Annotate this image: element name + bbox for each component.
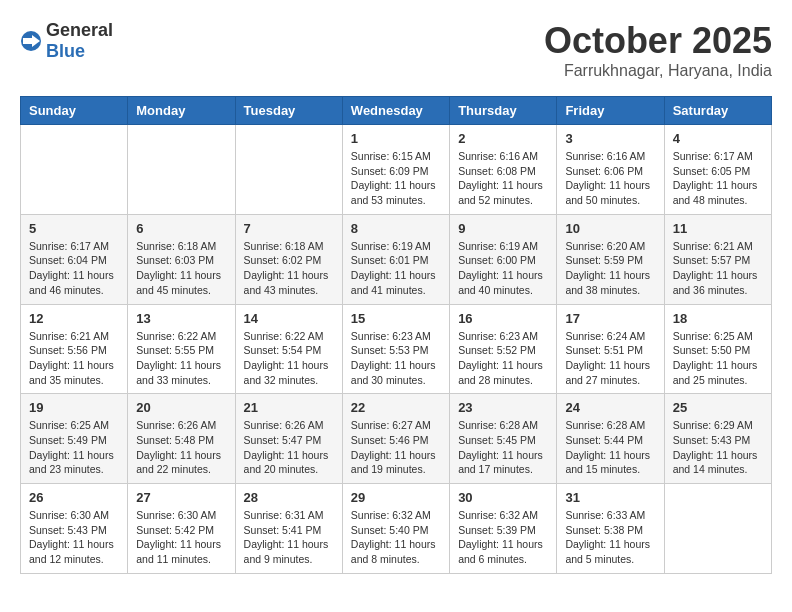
day-info: Sunrise: 6:24 AM Sunset: 5:51 PM Dayligh… — [565, 329, 655, 388]
calendar-day-cell: 18Sunrise: 6:25 AM Sunset: 5:50 PM Dayli… — [664, 304, 771, 394]
day-number: 23 — [458, 400, 548, 415]
calendar-day-cell: 15Sunrise: 6:23 AM Sunset: 5:53 PM Dayli… — [342, 304, 449, 394]
day-info: Sunrise: 6:25 AM Sunset: 5:50 PM Dayligh… — [673, 329, 763, 388]
day-number: 5 — [29, 221, 119, 236]
calendar-day-cell: 19Sunrise: 6:25 AM Sunset: 5:49 PM Dayli… — [21, 394, 128, 484]
calendar-day-cell: 20Sunrise: 6:26 AM Sunset: 5:48 PM Dayli… — [128, 394, 235, 484]
day-info: Sunrise: 6:25 AM Sunset: 5:49 PM Dayligh… — [29, 418, 119, 477]
calendar-day-cell: 3Sunrise: 6:16 AM Sunset: 6:06 PM Daylig… — [557, 125, 664, 215]
day-number: 30 — [458, 490, 548, 505]
title-block: October 2025 Farrukhnagar, Haryana, Indi… — [544, 20, 772, 80]
day-info: Sunrise: 6:30 AM Sunset: 5:43 PM Dayligh… — [29, 508, 119, 567]
day-number: 14 — [244, 311, 334, 326]
day-info: Sunrise: 6:22 AM Sunset: 5:54 PM Dayligh… — [244, 329, 334, 388]
day-number: 22 — [351, 400, 441, 415]
day-info: Sunrise: 6:16 AM Sunset: 6:06 PM Dayligh… — [565, 149, 655, 208]
logo-icon — [20, 30, 42, 52]
calendar-day-cell: 10Sunrise: 6:20 AM Sunset: 5:59 PM Dayli… — [557, 214, 664, 304]
day-info: Sunrise: 6:18 AM Sunset: 6:03 PM Dayligh… — [136, 239, 226, 298]
calendar-week-row: 26Sunrise: 6:30 AM Sunset: 5:43 PM Dayli… — [21, 484, 772, 574]
day-info: Sunrise: 6:21 AM Sunset: 5:56 PM Dayligh… — [29, 329, 119, 388]
day-info: Sunrise: 6:19 AM Sunset: 6:00 PM Dayligh… — [458, 239, 548, 298]
calendar-day-cell: 21Sunrise: 6:26 AM Sunset: 5:47 PM Dayli… — [235, 394, 342, 484]
weekday-header-cell: Sunday — [21, 97, 128, 125]
weekday-header-cell: Monday — [128, 97, 235, 125]
calendar-day-cell: 23Sunrise: 6:28 AM Sunset: 5:45 PM Dayli… — [450, 394, 557, 484]
logo-blue: Blue — [46, 41, 85, 61]
calendar-day-cell: 14Sunrise: 6:22 AM Sunset: 5:54 PM Dayli… — [235, 304, 342, 394]
logo-general: General — [46, 20, 113, 40]
calendar-day-cell: 8Sunrise: 6:19 AM Sunset: 6:01 PM Daylig… — [342, 214, 449, 304]
calendar-week-row: 1Sunrise: 6:15 AM Sunset: 6:09 PM Daylig… — [21, 125, 772, 215]
calendar-week-row: 19Sunrise: 6:25 AM Sunset: 5:49 PM Dayli… — [21, 394, 772, 484]
day-info: Sunrise: 6:32 AM Sunset: 5:39 PM Dayligh… — [458, 508, 548, 567]
day-info: Sunrise: 6:28 AM Sunset: 5:45 PM Dayligh… — [458, 418, 548, 477]
day-number: 7 — [244, 221, 334, 236]
day-number: 19 — [29, 400, 119, 415]
day-number: 2 — [458, 131, 548, 146]
location: Farrukhnagar, Haryana, India — [544, 62, 772, 80]
day-info: Sunrise: 6:29 AM Sunset: 5:43 PM Dayligh… — [673, 418, 763, 477]
day-number: 8 — [351, 221, 441, 236]
day-info: Sunrise: 6:27 AM Sunset: 5:46 PM Dayligh… — [351, 418, 441, 477]
calendar-day-cell: 5Sunrise: 6:17 AM Sunset: 6:04 PM Daylig… — [21, 214, 128, 304]
calendar-day-cell: 9Sunrise: 6:19 AM Sunset: 6:00 PM Daylig… — [450, 214, 557, 304]
calendar-day-cell: 11Sunrise: 6:21 AM Sunset: 5:57 PM Dayli… — [664, 214, 771, 304]
day-info: Sunrise: 6:26 AM Sunset: 5:48 PM Dayligh… — [136, 418, 226, 477]
calendar-day-cell: 26Sunrise: 6:30 AM Sunset: 5:43 PM Dayli… — [21, 484, 128, 574]
day-number: 24 — [565, 400, 655, 415]
day-number: 10 — [565, 221, 655, 236]
day-number: 4 — [673, 131, 763, 146]
day-info: Sunrise: 6:30 AM Sunset: 5:42 PM Dayligh… — [136, 508, 226, 567]
day-info: Sunrise: 6:18 AM Sunset: 6:02 PM Dayligh… — [244, 239, 334, 298]
day-info: Sunrise: 6:22 AM Sunset: 5:55 PM Dayligh… — [136, 329, 226, 388]
day-number: 11 — [673, 221, 763, 236]
day-info: Sunrise: 6:26 AM Sunset: 5:47 PM Dayligh… — [244, 418, 334, 477]
month-title: October 2025 — [544, 20, 772, 62]
day-number: 29 — [351, 490, 441, 505]
day-number: 28 — [244, 490, 334, 505]
day-info: Sunrise: 6:31 AM Sunset: 5:41 PM Dayligh… — [244, 508, 334, 567]
day-number: 6 — [136, 221, 226, 236]
page-header: General Blue October 2025 Farrukhnagar, … — [20, 20, 772, 80]
day-info: Sunrise: 6:20 AM Sunset: 5:59 PM Dayligh… — [565, 239, 655, 298]
calendar-day-cell: 29Sunrise: 6:32 AM Sunset: 5:40 PM Dayli… — [342, 484, 449, 574]
day-number: 9 — [458, 221, 548, 236]
calendar-day-cell: 4Sunrise: 6:17 AM Sunset: 6:05 PM Daylig… — [664, 125, 771, 215]
day-number: 27 — [136, 490, 226, 505]
calendar-day-cell: 27Sunrise: 6:30 AM Sunset: 5:42 PM Dayli… — [128, 484, 235, 574]
calendar-day-cell: 17Sunrise: 6:24 AM Sunset: 5:51 PM Dayli… — [557, 304, 664, 394]
calendar-day-cell: 7Sunrise: 6:18 AM Sunset: 6:02 PM Daylig… — [235, 214, 342, 304]
calendar-day-cell: 12Sunrise: 6:21 AM Sunset: 5:56 PM Dayli… — [21, 304, 128, 394]
day-number: 1 — [351, 131, 441, 146]
day-info: Sunrise: 6:28 AM Sunset: 5:44 PM Dayligh… — [565, 418, 655, 477]
day-info: Sunrise: 6:33 AM Sunset: 5:38 PM Dayligh… — [565, 508, 655, 567]
day-info: Sunrise: 6:23 AM Sunset: 5:52 PM Dayligh… — [458, 329, 548, 388]
weekday-header-cell: Saturday — [664, 97, 771, 125]
day-info: Sunrise: 6:23 AM Sunset: 5:53 PM Dayligh… — [351, 329, 441, 388]
calendar-week-row: 5Sunrise: 6:17 AM Sunset: 6:04 PM Daylig… — [21, 214, 772, 304]
weekday-header-cell: Wednesday — [342, 97, 449, 125]
calendar-day-cell: 2Sunrise: 6:16 AM Sunset: 6:08 PM Daylig… — [450, 125, 557, 215]
day-info: Sunrise: 6:21 AM Sunset: 5:57 PM Dayligh… — [673, 239, 763, 298]
calendar-day-cell: 13Sunrise: 6:22 AM Sunset: 5:55 PM Dayli… — [128, 304, 235, 394]
calendar-day-cell — [664, 484, 771, 574]
logo: General Blue — [20, 20, 113, 62]
calendar-day-cell: 30Sunrise: 6:32 AM Sunset: 5:39 PM Dayli… — [450, 484, 557, 574]
calendar-body: 1Sunrise: 6:15 AM Sunset: 6:09 PM Daylig… — [21, 125, 772, 574]
day-info: Sunrise: 6:19 AM Sunset: 6:01 PM Dayligh… — [351, 239, 441, 298]
day-number: 25 — [673, 400, 763, 415]
day-info: Sunrise: 6:17 AM Sunset: 6:04 PM Dayligh… — [29, 239, 119, 298]
calendar-day-cell — [128, 125, 235, 215]
calendar-week-row: 12Sunrise: 6:21 AM Sunset: 5:56 PM Dayli… — [21, 304, 772, 394]
day-number: 31 — [565, 490, 655, 505]
weekday-header-cell: Thursday — [450, 97, 557, 125]
day-info: Sunrise: 6:16 AM Sunset: 6:08 PM Dayligh… — [458, 149, 548, 208]
day-number: 26 — [29, 490, 119, 505]
day-number: 20 — [136, 400, 226, 415]
day-number: 18 — [673, 311, 763, 326]
calendar-day-cell: 22Sunrise: 6:27 AM Sunset: 5:46 PM Dayli… — [342, 394, 449, 484]
weekday-header-cell: Friday — [557, 97, 664, 125]
day-info: Sunrise: 6:32 AM Sunset: 5:40 PM Dayligh… — [351, 508, 441, 567]
calendar-day-cell: 6Sunrise: 6:18 AM Sunset: 6:03 PM Daylig… — [128, 214, 235, 304]
